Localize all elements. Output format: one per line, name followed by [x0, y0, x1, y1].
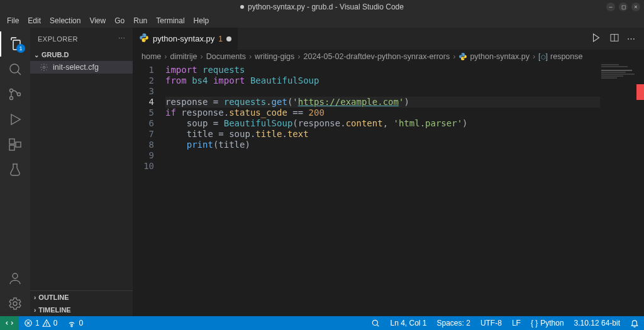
sidebar-project-name: GRUB.D — [42, 51, 69, 58]
svg-point-3 — [10, 97, 13, 100]
editor-area: python-syntax.py 1 ⋯ home› dimitrije› Do… — [133, 28, 644, 316]
breadcrumb-item[interactable]: Documents — [206, 52, 246, 61]
status-eol[interactable]: LF — [507, 316, 526, 330]
svg-line-1 — [18, 72, 21, 75]
breadcrumb[interactable]: home› dimitrije› Documents› writing-gigs… — [133, 50, 644, 63]
sidebar-file-tree: init-select.cfg — [30, 60, 133, 290]
editor-tab[interactable]: python-syntax.py 1 — [133, 28, 238, 50]
breadcrumb-item[interactable]: writing-gigs — [255, 52, 294, 61]
remote-indicator[interactable] — [0, 316, 19, 330]
breadcrumb-item[interactable]: 2024-05-02-draftdev-python-synrax-errors — [303, 52, 450, 61]
activity-bar: 1 — [0, 28, 30, 316]
more-actions-icon[interactable]: ⋯ — [627, 34, 636, 43]
svg-point-4 — [18, 93, 21, 96]
gear-file-icon — [39, 62, 49, 72]
status-python-interpreter[interactable]: 3.10.12 64-bit — [569, 316, 625, 330]
status-ports[interactable]: 0 — [62, 316, 88, 330]
activity-badge: 1 — [16, 44, 25, 53]
status-indentation[interactable]: Spaces: 2 — [432, 316, 475, 330]
dirty-indicator-dot — [240, 5, 244, 9]
activity-settings-icon[interactable] — [0, 291, 30, 316]
status-feedback-icon[interactable] — [366, 316, 385, 330]
sidebar-timeline-label: TIMELINE — [38, 306, 70, 314]
activity-accounts-icon[interactable] — [0, 266, 30, 291]
breadcrumb-item[interactable]: dimitrije — [170, 52, 197, 61]
window-minimize-button[interactable]: – — [606, 3, 615, 11]
sidebar-outline-section[interactable]: › OUTLINE — [30, 291, 133, 304]
activity-testing-icon[interactable] — [0, 157, 30, 182]
svg-point-11 — [13, 302, 17, 305]
line-number-gutter: 1 2 3 4 5 6 7 8 9 10 — [133, 65, 165, 316]
svg-rect-7 — [9, 145, 14, 150]
python-file-icon — [139, 33, 149, 45]
sidebar-outline-label: OUTLINE — [38, 294, 69, 301]
activity-scm-icon[interactable] — [0, 82, 30, 107]
window-title: python-syntax.py - grub.d - Visual Studi… — [248, 3, 404, 11]
window-titlebar: python-syntax.py - grub.d - Visual Studi… — [0, 0, 644, 14]
svg-rect-8 — [16, 142, 21, 147]
svg-marker-5 — [11, 114, 20, 124]
status-notifications-icon[interactable] — [625, 316, 644, 330]
window-close-button[interactable]: × — [631, 3, 640, 11]
dirty-indicator-dot — [226, 36, 231, 41]
svg-point-22 — [373, 320, 378, 325]
menu-edit[interactable]: Edit — [23, 15, 45, 26]
status-error-count: 1 — [35, 319, 40, 327]
window-maximize-button[interactable]: ◻ — [619, 3, 628, 11]
chevron-right-icon: › — [34, 294, 36, 301]
svg-point-10 — [13, 273, 18, 278]
editor-tab-bar: python-syntax.py 1 ⋯ — [133, 28, 644, 50]
status-encoding[interactable]: UTF-8 — [475, 316, 507, 330]
menu-help[interactable]: Help — [189, 15, 214, 26]
chevron-right-icon: › — [34, 307, 36, 314]
breadcrumb-item[interactable]: home — [142, 52, 161, 61]
file-tree-item[interactable]: init-select.cfg — [30, 61, 133, 74]
menu-bar: File Edit Selection View Go Run Terminal… — [0, 14, 644, 28]
svg-point-20 — [46, 325, 47, 326]
status-warning-count: 0 — [53, 319, 58, 327]
sidebar-project-section[interactable]: ⌄ GRUB.D — [30, 50, 133, 60]
split-editor-icon[interactable] — [609, 33, 619, 45]
menu-view[interactable]: View — [85, 15, 110, 26]
editor-actions: ⋯ — [591, 28, 644, 50]
activity-debug-icon[interactable] — [0, 107, 30, 132]
breadcrumb-symbol[interactable]: [⬡] response — [538, 52, 582, 61]
sidebar-explorer: EXPLORER ⋯ ⌄ GRUB.D init-select.cfg › OU… — [30, 28, 133, 316]
status-language-mode[interactable]: { }Python — [526, 316, 569, 330]
svg-point-2 — [10, 89, 13, 92]
menu-terminal[interactable]: Terminal — [152, 15, 189, 26]
svg-line-23 — [377, 324, 379, 326]
status-problems[interactable]: 1 0 — [19, 316, 62, 330]
error-overview-stripe[interactable] — [636, 84, 644, 100]
sidebar-header: EXPLORER ⋯ — [30, 28, 133, 50]
menu-file[interactable]: File — [3, 15, 23, 26]
svg-rect-6 — [9, 139, 14, 144]
status-line-col[interactable]: Ln 4, Col 1 — [385, 316, 431, 330]
breadcrumb-file[interactable]: python-syntax.py — [458, 52, 530, 61]
editor-tab-label: python-syntax.py — [153, 34, 214, 43]
activity-explorer-icon[interactable]: 1 — [0, 31, 30, 57]
status-ports-count: 0 — [79, 319, 83, 327]
run-button-icon[interactable] — [591, 32, 602, 45]
menu-run[interactable]: Run — [129, 15, 152, 26]
svg-point-0 — [10, 64, 19, 73]
svg-point-12 — [43, 66, 45, 69]
svg-point-21 — [71, 326, 72, 327]
minimap[interactable] — [600, 63, 644, 316]
menu-go[interactable]: Go — [110, 15, 129, 26]
status-bar: 1 0 0 Ln 4, Col 1 Spaces: 2 UTF-8 LF { }… — [0, 316, 644, 330]
file-tree-item-label: init-select.cfg — [53, 63, 99, 72]
svg-marker-13 — [594, 34, 599, 41]
sidebar-timeline-section[interactable]: › TIMELINE — [30, 304, 133, 316]
code-editor[interactable]: 1 2 3 4 5 6 7 8 9 10 import requests fro… — [133, 63, 644, 316]
code-body[interactable]: import requests from bs4 import Beautifu… — [165, 65, 644, 316]
current-line-highlight — [165, 97, 644, 107]
editor-tab-problem-count: 1 — [218, 35, 223, 43]
menu-selection[interactable]: Selection — [45, 15, 85, 26]
main-area: 1 EXPLORER ⋯ ⌄ GRUB.D — [0, 28, 644, 316]
activity-search-icon[interactable] — [0, 57, 30, 82]
sidebar-title: EXPLORER — [38, 35, 78, 43]
activity-extensions-icon[interactable] — [0, 132, 30, 157]
chevron-down-icon: ⌄ — [34, 52, 39, 58]
sidebar-more-icon[interactable]: ⋯ — [118, 35, 126, 43]
